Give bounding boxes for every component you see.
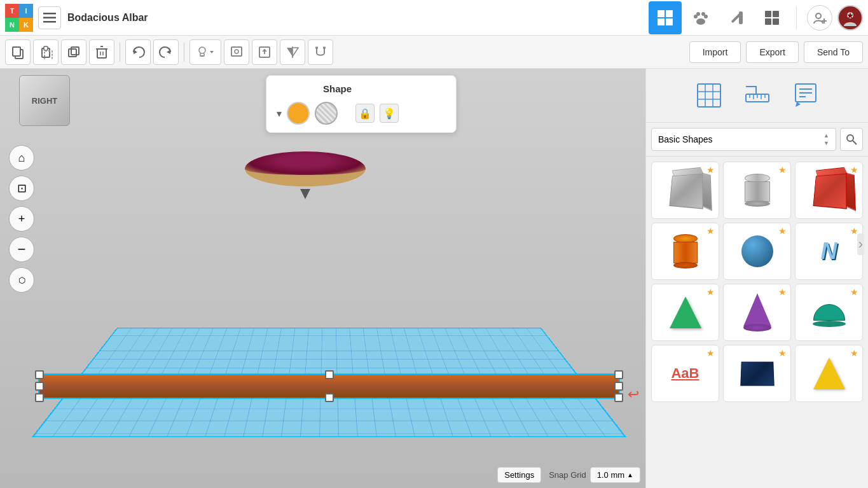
duplicate-button[interactable] [61, 39, 86, 65]
svg-rect-29 [71, 47, 79, 55]
left-nav: ⌂ ⊡ + − ⬡ [9, 145, 34, 293]
search-button[interactable] [840, 128, 863, 151]
shape-cone-purple-preview [738, 293, 776, 331]
export-shape-button[interactable] [252, 39, 277, 65]
handle-tr[interactable] [614, 370, 623, 379]
nav-tools-button[interactable] [720, 1, 753, 34]
export-button[interactable]: Export [746, 41, 798, 63]
fit-to-view-button[interactable]: ⊡ [9, 176, 34, 201]
perspective-button[interactable]: ⬡ [9, 267, 34, 293]
panel-notes-button[interactable] [787, 76, 825, 115]
shape-panel: Shape ▾ 🔒 💡 [266, 75, 457, 133]
toolbar-right-actions: Import Export Send To [689, 41, 863, 63]
copy-button[interactable] [5, 39, 31, 65]
toolbar-separator-1 [120, 43, 120, 62]
svg-rect-15 [773, 11, 779, 17]
logo-t: T [5, 4, 19, 18]
svg-rect-2 [43, 21, 56, 23]
shape-solid-button[interactable] [287, 102, 310, 125]
panel-grid-button[interactable] [690, 76, 728, 115]
shape-item-sphere[interactable]: ★ [723, 223, 791, 280]
shape-item-text-red[interactable]: ★ AaB [651, 345, 719, 402]
handle-br[interactable] [614, 393, 623, 402]
magnet-button[interactable] [308, 39, 333, 65]
shape-item-cylinder-orange[interactable]: ★ [651, 223, 719, 280]
shapes-dropdown[interactable]: Basic Shapes ▲ ▼ [651, 128, 836, 151]
svg-marker-40 [210, 51, 214, 53]
handle-tl[interactable] [35, 370, 44, 379]
plank-object[interactable]: ↩ [38, 373, 620, 399]
paste-button[interactable] [33, 39, 59, 65]
svg-point-38 [199, 47, 205, 53]
plank-visual [38, 373, 620, 399]
nav-grid-view-button[interactable] [649, 1, 682, 34]
shape-item-pyramid-yellow[interactable]: ★ [795, 345, 863, 402]
svg-marker-46 [287, 48, 293, 57]
nav-paw-button[interactable] [684, 1, 717, 34]
star-badge: ★ [778, 287, 787, 297]
orientation-cube[interactable]: RIGHT [19, 75, 76, 132]
svg-rect-41 [231, 47, 242, 56]
svg-rect-13 [739, 11, 743, 24]
hamburger-button[interactable] [38, 6, 61, 29]
canvas-area[interactable]: RIGHT ⌂ ⊡ + − ⬡ Shape ▾ [0, 69, 645, 488]
star-badge: ★ [850, 287, 858, 297]
snap-grid-value[interactable]: 1.0 mm ▲ [590, 467, 640, 483]
import-button[interactable]: Import [689, 41, 741, 63]
star-badge: ★ [850, 165, 858, 175]
right-panel: Basic Shapes ▲ ▼ ★ [645, 69, 868, 488]
star-badge: ★ [778, 348, 787, 358]
shape-light-button[interactable]: 💡 [380, 104, 399, 123]
project-name[interactable]: Bodacious Albar [67, 12, 649, 24]
svg-marker-47 [293, 48, 298, 57]
navbar: T I N K Bodacious Albar [0, 0, 868, 36]
home-view-button[interactable]: ⌂ [9, 145, 34, 171]
shape-item-pyramid-green[interactable]: ★ [651, 284, 719, 341]
shape-item-box-red[interactable]: ★ [795, 162, 863, 219]
svg-rect-14 [765, 11, 771, 17]
viewport[interactable]: RIGHT ⌂ ⊡ + − ⬡ Shape ▾ [0, 69, 645, 488]
shape-item-text-n[interactable]: ★ N [795, 223, 863, 280]
delete-button[interactable] [89, 39, 114, 65]
scroll-indicator[interactable]: › [857, 234, 864, 255]
logo-k: K [19, 18, 33, 32]
light-button[interactable] [189, 39, 221, 65]
shape-item-cylinder[interactable]: ★ [723, 162, 791, 219]
view-button[interactable] [224, 39, 249, 65]
nav-blocks-button[interactable] [755, 1, 789, 34]
shape-item-box-navy[interactable]: ★ [723, 345, 791, 402]
svg-point-18 [816, 13, 821, 18]
handle-bl[interactable] [35, 393, 44, 402]
handle-bm[interactable] [325, 393, 334, 402]
handle-ml[interactable] [35, 382, 44, 391]
zoom-in-button[interactable]: + [9, 206, 34, 232]
star-badge: ★ [706, 226, 715, 236]
shape-item-dome-teal[interactable]: ★ [795, 284, 863, 341]
svg-rect-26 [44, 46, 48, 50]
user-avatar[interactable] [837, 5, 863, 31]
undo-button[interactable] [125, 39, 151, 65]
redo-button[interactable] [153, 39, 179, 65]
star-badge: ★ [706, 287, 715, 297]
handle-tm[interactable] [325, 370, 334, 379]
shape-hole-button[interactable] [315, 102, 338, 125]
panel-search: Basic Shapes ▲ ▼ [646, 123, 868, 157]
shape-item-cone-purple[interactable]: ★ [723, 284, 791, 341]
tinkercad-logo[interactable]: T I N K [5, 4, 33, 32]
panel-ruler-button[interactable] [738, 76, 776, 115]
send-to-button[interactable]: Send To [804, 41, 863, 63]
svg-rect-51 [698, 84, 720, 107]
shape-panel-dropdown[interactable]: ▾ [277, 108, 282, 120]
shape-pyramid-green-preview [666, 293, 705, 331]
svg-rect-24 [13, 47, 20, 56]
svg-rect-1 [43, 17, 56, 18]
settings-button[interactable]: Settings [497, 467, 541, 483]
bowl-object[interactable] [242, 145, 369, 202]
flip-button[interactable] [280, 39, 305, 65]
shape-item-box[interactable]: ★ [651, 162, 719, 219]
star-badge: ★ [778, 165, 787, 175]
zoom-out-button[interactable]: − [9, 237, 34, 262]
handle-mr[interactable] [614, 382, 623, 391]
shape-lock-button[interactable]: 🔒 [355, 104, 375, 123]
user-add-button[interactable] [807, 5, 832, 31]
